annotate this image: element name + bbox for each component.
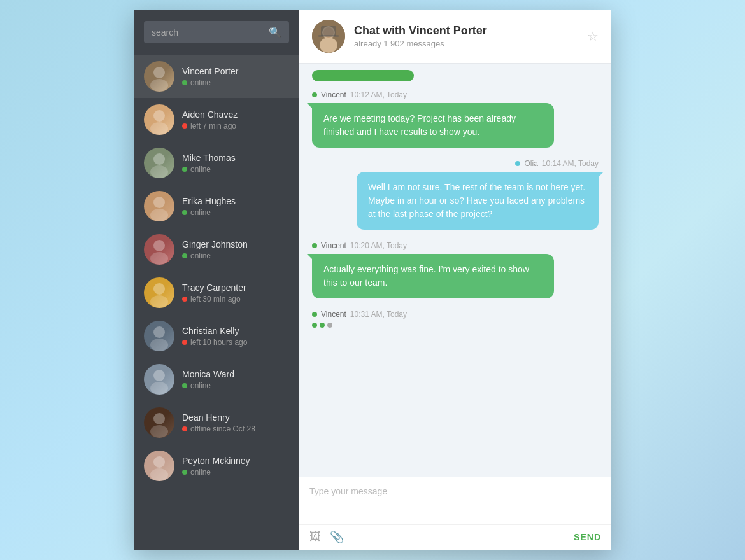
svg-point-14 [150, 252, 168, 265]
search-bar[interactable]: 🔍 [144, 21, 289, 43]
image-upload-icon[interactable]: 🖼 [309, 530, 321, 544]
sender-name: Vincent [321, 90, 346, 99]
contact-item-peyton[interactable]: Peyton Mckinney online [134, 444, 299, 487]
avatar [144, 148, 174, 178]
contact-name: Mike Thomas [182, 153, 289, 163]
svg-point-4 [153, 110, 165, 122]
sender-dot [312, 92, 317, 97]
send-button[interactable]: SEND [574, 532, 601, 542]
status-dot [182, 340, 187, 345]
message-time: 10:12 AM, Today [350, 90, 407, 99]
contact-item-mike[interactable]: Mike Thomas online [134, 141, 299, 185]
header-info: Chat with Vincent Porter already 1 902 m… [354, 24, 587, 48]
avatar [144, 407, 174, 438]
avatar [144, 277, 174, 308]
status-dot [182, 210, 187, 215]
message-meta: Vincent 10:20 AM, Today [312, 241, 599, 250]
contact-info: Tracy Carpenter left 30 min ago [182, 283, 289, 304]
contact-status: left 7 min ago [182, 122, 289, 130]
svg-point-26 [150, 425, 168, 438]
message-group-msg1: Vincent 10:12 AM, Today Are we meeting t… [312, 90, 599, 148]
contact-item-dean[interactable]: Dean Henry offline since Oct 28 [134, 401, 299, 444]
contact-name: Monica Ward [182, 369, 289, 379]
search-input[interactable] [152, 27, 269, 38]
svg-point-13 [153, 240, 165, 251]
svg-point-32 [320, 38, 337, 53]
contact-name: Erika Hughes [182, 196, 289, 206]
message-bubble: Well I am not sure. The rest of the team… [357, 172, 599, 230]
status-dot [182, 383, 187, 388]
status-text: online [190, 468, 211, 477]
contact-info: Aiden Chavez left 7 min ago [182, 109, 289, 130]
message-time: 10:14 AM, Today [542, 159, 599, 168]
sender-dot [515, 161, 520, 166]
message-input[interactable] [299, 477, 611, 522]
status-text: online [190, 78, 211, 87]
status-text: online [190, 208, 211, 217]
message-bubble: Are we meeting today? Project has been a… [312, 103, 554, 148]
messages-area[interactable]: Vincent 10:12 AM, Today Are we meeting t… [299, 64, 611, 477]
svg-point-22 [153, 370, 165, 381]
contact-item-vincent[interactable]: Vincent Porter online [134, 55, 299, 98]
input-area: 🖼 📎 SEND [299, 477, 611, 550]
svg-point-28 [153, 456, 165, 468]
contact-item-monica[interactable]: Monica Ward online [134, 358, 299, 401]
svg-point-17 [150, 295, 168, 308]
contact-status: online [182, 468, 289, 477]
contact-status: offline since Oct 28 [182, 424, 289, 433]
contact-info: Vincent Porter online [182, 66, 289, 87]
svg-point-2 [150, 79, 168, 92]
message-meta: 10:14 AM, Today Olia [515, 159, 599, 168]
status-dot [182, 426, 187, 431]
contact-status: left 30 min ago [182, 295, 289, 304]
message-group-msg4: Vincent 10:31 AM, Today [312, 310, 599, 328]
svg-point-7 [153, 153, 165, 165]
status-dot [182, 123, 187, 129]
status-text: online [190, 165, 211, 174]
star-icon[interactable]: ☆ [587, 29, 599, 44]
svg-point-25 [153, 413, 165, 424]
contact-status: online [182, 381, 289, 390]
status-dot [182, 167, 187, 172]
input-toolbar: 🖼 📎 SEND [299, 524, 611, 550]
contact-info: Erika Hughes online [182, 196, 289, 217]
status-text: left 30 min ago [190, 295, 241, 304]
contact-name: Vincent Porter [182, 66, 289, 76]
svg-rect-34 [321, 26, 336, 36]
status-dot [182, 297, 187, 302]
contact-info: Christian Kelly left 10 hours ago [182, 326, 289, 347]
contact-status: left 10 hours ago [182, 338, 289, 347]
contact-info: Peyton Mckinney online [182, 456, 289, 477]
avatar [144, 451, 174, 481]
contact-info: Mike Thomas online [182, 153, 289, 174]
contact-name: Dean Henry [182, 412, 289, 423]
contact-item-ginger[interactable]: Ginger Johnston online [134, 228, 299, 271]
contacts-list: Vincent Porter online Aiden Chavez left … [134, 55, 299, 550]
svg-point-8 [150, 165, 168, 178]
contact-info: Ginger Johnston online [182, 239, 289, 260]
header-sub: already 1 902 messages [354, 39, 587, 48]
contact-item-tracy[interactable]: Tracy Carpenter left 30 min ago [134, 271, 299, 314]
contact-item-erika[interactable]: Erika Hughes online [134, 185, 299, 228]
contact-status: online [182, 251, 289, 260]
message-group-msg2: 10:14 AM, Today Olia Well I am not sure.… [312, 159, 599, 230]
search-icon[interactable]: 🔍 [269, 26, 281, 38]
contact-item-aiden[interactable]: Aiden Chavez left 7 min ago [134, 98, 299, 141]
toolbar-icons: 🖼 📎 [309, 530, 574, 544]
contact-name: Ginger Johnston [182, 239, 289, 249]
message-bubble: Actually everything was fine. I’m very e… [312, 254, 554, 298]
status-text: online [190, 381, 211, 390]
message-time: 10:20 AM, Today [350, 241, 407, 250]
contact-item-christian[interactable]: Christian Kelly left 10 hours ago [134, 314, 299, 358]
contact-name: Peyton Mckinney [182, 456, 289, 466]
message-meta: Vincent 10:12 AM, Today [312, 90, 599, 99]
header-title: Chat with Vincent Porter [354, 24, 587, 38]
avatar [144, 364, 174, 395]
message-meta: Vincent 10:31 AM, Today [312, 310, 599, 319]
svg-point-5 [150, 122, 168, 135]
svg-point-16 [153, 283, 165, 295]
message-group-msg3: Vincent 10:20 AM, Today Actually everyth… [312, 241, 599, 298]
file-upload-icon[interactable]: 📎 [330, 530, 344, 544]
status-dot [182, 253, 187, 258]
typing-indicator [312, 323, 599, 328]
